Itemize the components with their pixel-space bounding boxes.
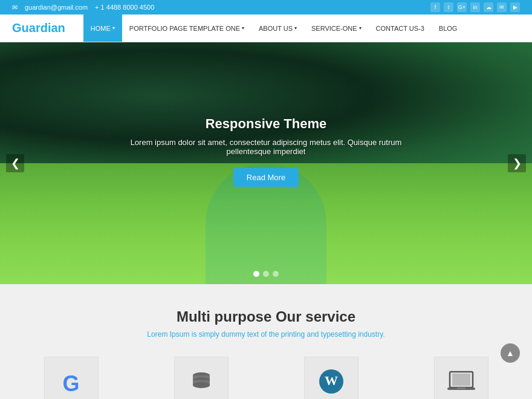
play-icon[interactable]: ▶ — [510, 2, 520, 12]
navigation: Guardian HOME ▾ PORTFOLIO PAGE TEMPLATE … — [0, 15, 532, 42]
responsive-icon-box — [434, 357, 488, 399]
service-card-records: RECORDS There are many variations of pas… — [142, 357, 260, 399]
nav-service-label: SERVICE-ONE — [311, 25, 357, 32]
nav-item-about[interactable]: ABOUT US ▾ — [251, 15, 304, 42]
nav-portfolio-label: PORTFOLIO PAGE TEMPLATE ONE — [129, 25, 240, 32]
google-plus-icon[interactable]: G+ — [457, 2, 467, 12]
nav-item-service[interactable]: SERVICE-ONE ▾ — [304, 15, 369, 42]
service-arrow-icon: ▾ — [359, 25, 362, 31]
cloud-icon[interactable]: ☁ — [484, 2, 493, 12]
idea-icon-box: G — [44, 357, 99, 399]
database-service-icon — [189, 369, 213, 399]
nav-contact-label: CONTACT US-3 — [376, 25, 424, 32]
wordpress-icon-box: W — [304, 357, 358, 399]
hero-dot-2[interactable] — [263, 271, 269, 277]
linkedin-icon[interactable]: in — [470, 2, 480, 12]
nav-menu: HOME ▾ PORTFOLIO PAGE TEMPLATE ONE ▾ ABO… — [83, 15, 465, 42]
nav-home-label: HOME — [91, 25, 111, 32]
nav-item-home[interactable]: HOME ▾ — [83, 15, 122, 42]
svg-point-4 — [193, 382, 210, 388]
laptop-service-icon — [447, 371, 475, 397]
hero-title: Responsive Theme — [206, 116, 327, 132]
service-card-wordpress: W WORDPRESS There are many variations of… — [272, 357, 390, 399]
home-arrow-icon: ▾ — [112, 25, 115, 31]
services-section: Multi purpose Our service Lorem Ipsum is… — [0, 284, 532, 399]
site-logo[interactable]: Guardian — [12, 21, 65, 35]
back-to-top-button[interactable]: ▲ — [501, 343, 520, 363]
nav-item-portfolio[interactable]: PORTFOLIO PAGE TEMPLATE ONE ▾ — [122, 15, 251, 42]
hero-subtitle: Lorem ipsum dolor sit amet, consectetur … — [115, 138, 417, 156]
top-bar-social: f t G+ in ☁ ✉ ▶ — [430, 2, 520, 12]
hero-prev-arrow[interactable]: ❮ — [6, 154, 24, 172]
services-sub-colored: simply dummy text of the printing and ty… — [199, 330, 385, 339]
twitter-icon[interactable]: t — [444, 2, 453, 12]
service-card-idea: G IDEA There are many variations of pass… — [12, 357, 130, 399]
top-bar-email: guardian@gmail.com — [25, 4, 88, 11]
services-subtitle: Lorem Ipsum is simply dummy text of the … — [12, 330, 520, 339]
svg-rect-10 — [457, 388, 465, 389]
nav-item-contact[interactable]: CONTACT US-3 — [369, 15, 432, 42]
mail-icon[interactable]: ✉ — [497, 2, 507, 12]
nav-about-label: ABOUT US — [259, 25, 293, 32]
about-arrow-icon: ▾ — [294, 25, 297, 31]
hero-dot-1[interactable] — [253, 271, 259, 277]
hero-read-more-button[interactable]: Read More — [233, 168, 299, 187]
top-bar-phone: + 1 4488 8000 4500 — [95, 4, 154, 11]
hero-slider: Responsive Theme Lorem ipsum dolor sit a… — [0, 42, 532, 284]
services-sub-plain: Lorem Ipsum is — [147, 330, 198, 339]
hero-content: Responsive Theme Lorem ipsum dolor sit a… — [0, 42, 532, 284]
svg-text:W: W — [325, 373, 338, 388]
svg-rect-8 — [452, 374, 470, 386]
top-bar: ✉ guardian@gmail.com + 1 4488 8000 4500 … — [0, 0, 532, 15]
hero-dots — [253, 271, 279, 277]
records-icon-box — [174, 357, 229, 399]
google-service-icon: G — [62, 371, 79, 397]
hero-next-arrow[interactable]: ❯ — [508, 154, 526, 172]
services-title: Multi purpose Our service — [12, 308, 520, 325]
services-grid: G IDEA There are many variations of pass… — [12, 357, 520, 399]
service-card-responsive: RESPONSIVE There are many variations of … — [402, 357, 520, 399]
top-bar-left: ✉ guardian@gmail.com + 1 4488 8000 4500 — [12, 4, 154, 11]
nav-blog-label: BLOG — [439, 25, 458, 32]
facebook-icon[interactable]: f — [430, 2, 440, 12]
portfolio-arrow-icon: ▾ — [242, 25, 244, 31]
email-icon: ✉ — [12, 4, 18, 11]
nav-item-blog[interactable]: BLOG — [432, 15, 465, 42]
hero-dot-3[interactable] — [273, 271, 279, 277]
wordpress-service-icon: W — [317, 368, 345, 399]
